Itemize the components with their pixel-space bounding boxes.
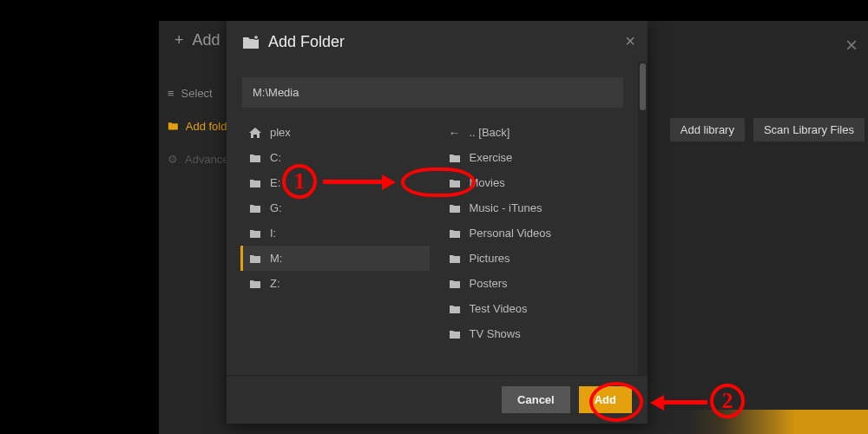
folder-icon (449, 203, 461, 214)
plus-icon: + (174, 31, 184, 49)
folder-icon (449, 228, 461, 239)
folder-icon (449, 329, 461, 339)
bg-action-buttons: Add library Scan Library Files (670, 118, 865, 141)
folder-item[interactable]: Exercise (440, 145, 629, 170)
home-icon (249, 128, 261, 138)
scrollbar-thumb[interactable] (640, 63, 646, 110)
folder-item[interactable]: Test Videos (440, 296, 629, 321)
folder-icon (249, 253, 261, 264)
folder-icon (449, 153, 461, 163)
drive-item[interactable]: C: (240, 145, 430, 170)
folder-icon (249, 203, 261, 214)
folder-add-icon (242, 35, 260, 49)
browse-columns: plex C:E:G:I:M:Z: ← .. [Back] ExerciseMo… (227, 120, 639, 346)
path-input[interactable] (242, 77, 623, 108)
bg-nav: ≡ Select Add folder ⚙ Advanced (159, 69, 237, 175)
decorative-strip (686, 410, 868, 434)
bg-title: Add (193, 31, 220, 49)
add-button[interactable]: Add (579, 386, 632, 413)
folder-item[interactable]: Posters (440, 271, 629, 296)
folder-icon (449, 304, 461, 314)
drive-item[interactable]: M: (240, 246, 430, 271)
folder-back[interactable]: ← .. [Back] (440, 120, 629, 145)
drive-home[interactable]: plex (240, 120, 430, 145)
drive-item[interactable]: I: (240, 220, 430, 246)
folder-item[interactable]: Movies (440, 170, 629, 195)
folder-icon (249, 228, 261, 239)
folder-icon (249, 279, 261, 289)
back-arrow-icon: ← (449, 126, 461, 140)
folder-icon (449, 178, 461, 188)
list-icon: ≡ (168, 87, 174, 100)
scrollbar-track[interactable] (638, 62, 648, 375)
folder-item[interactable]: Music - iTunes (440, 195, 629, 220)
folder-item[interactable]: Personal Videos (440, 220, 629, 246)
drives-column: plex C:E:G:I:M:Z: (235, 120, 435, 346)
modal-footer: Cancel Add (227, 375, 648, 424)
bg-close-icon[interactable]: × (845, 33, 858, 57)
folders-column: ← .. [Back] ExerciseMoviesMusic - iTunes… (435, 120, 635, 346)
folder-icon (249, 153, 261, 163)
folder-item[interactable]: Pictures (440, 246, 629, 271)
drive-item[interactable]: Z: (240, 271, 430, 296)
folder-icon (449, 253, 461, 264)
add-library-button[interactable]: Add library (670, 118, 745, 141)
scan-library-button[interactable]: Scan Library Files (753, 118, 865, 141)
cancel-button[interactable]: Cancel (502, 386, 570, 413)
modal-header: Add Folder × (227, 21, 648, 62)
add-folder-modal: Add Folder × plex C:E:G:I:M:Z: ← .. (227, 21, 648, 424)
folder-icon (168, 121, 179, 131)
drive-item[interactable]: E: (240, 170, 430, 195)
folder-icon (449, 279, 461, 289)
modal-body: plex C:E:G:I:M:Z: ← .. [Back] ExerciseMo… (227, 62, 648, 375)
folder-icon (249, 178, 261, 188)
folder-item[interactable]: TV Shows (440, 321, 629, 346)
modal-close-button[interactable]: × (625, 31, 635, 51)
gear-icon: ⚙ (168, 153, 178, 166)
modal-title: Add Folder (268, 33, 345, 51)
drive-item[interactable]: G: (240, 195, 430, 220)
